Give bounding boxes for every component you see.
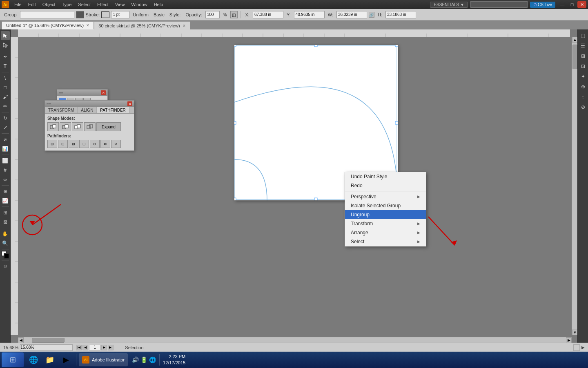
right-panel-btn-6[interactable]: ⊕ [579, 82, 588, 91]
menu-type[interactable]: Type [59, 1, 75, 8]
zoom-tool[interactable]: 🔍 [1, 239, 10, 248]
taskbar-time[interactable]: 2:23 PM 12/17/2015 [163, 354, 189, 366]
vertical-scrollbar[interactable]: ▲ ▼ [572, 37, 577, 335]
menu-file[interactable]: File [11, 1, 24, 8]
warp-tool[interactable]: ⌀ [1, 135, 10, 144]
pen-tool[interactable]: ✒ [1, 52, 10, 61]
selection-tool[interactable] [1, 31, 10, 40]
merge-btn[interactable]: ⊠ [69, 140, 78, 148]
stroke-color-swatch[interactable] [101, 11, 109, 18]
right-panel-btn-2[interactable]: ☰ [579, 41, 588, 50]
search-input[interactable] [470, 1, 528, 8]
ctx-select[interactable]: Select ▶ [345, 237, 426, 246]
extra-btn[interactable]: ⊘ [111, 140, 121, 148]
right-panel-btn-8[interactable]: ⊘ [579, 103, 588, 112]
transform-tab[interactable]: TRANSFORM [45, 107, 78, 113]
menu-object[interactable]: Object [40, 1, 58, 8]
divide-btn[interactable]: ⊞ [47, 140, 57, 148]
ctx-undo-paint-style[interactable]: Undo Paint Style [345, 172, 426, 181]
ctx-isolate-selected-group[interactable]: Isolate Selected Group [345, 201, 426, 210]
right-panel-btn-3[interactable]: ⊞ [579, 52, 588, 61]
crop-btn[interactable]: ⊡ [79, 140, 89, 148]
ctx-perspective[interactable]: Perspective ▶ [345, 192, 426, 201]
taskbar-ie-button[interactable]: 🌐 [26, 353, 41, 366]
fill-color-box[interactable] [76, 11, 84, 18]
text-tool[interactable]: T [1, 62, 10, 71]
next-page-button[interactable]: ▶ [101, 345, 107, 350]
close-button[interactable]: ✕ [577, 1, 586, 8]
tray-icon-1[interactable]: 🔊 [132, 357, 139, 363]
ctx-transform[interactable]: Transform ▶ [345, 219, 426, 228]
menu-view[interactable]: View [112, 1, 128, 8]
arrow-panel-close[interactable]: ✕ [101, 90, 106, 95]
ctx-redo[interactable]: Redo [345, 181, 426, 190]
gradient-tool[interactable]: ⬜ [1, 156, 10, 165]
taskbar-ai-button[interactable]: Ai Adobe Illustrator [79, 353, 128, 366]
artboard-tool[interactable]: ⊞ [1, 208, 10, 217]
tab-close-circle-skirt[interactable]: ✕ [183, 24, 186, 28]
background-color[interactable] [4, 253, 9, 259]
minimize-button[interactable]: — [558, 1, 567, 8]
tab-untitled[interactable]: Untitled-1* @ 15.68% (CMYK/Preview) ✕ [2, 21, 94, 29]
maximize-button[interactable]: □ [568, 1, 577, 8]
h-input[interactable] [385, 11, 416, 18]
pencil-tool[interactable]: ✏ [1, 102, 10, 111]
outline-btn[interactable]: ⊙ [90, 140, 100, 148]
right-panel-btn-4[interactable]: ⊡ [579, 62, 588, 71]
exclude-btn[interactable] [84, 122, 96, 131]
menu-help[interactable]: Help [151, 1, 166, 8]
menu-select[interactable]: Select [75, 1, 94, 8]
minus-back-btn[interactable]: ⊗ [100, 140, 110, 148]
brush-tool[interactable]: 🖌 [1, 92, 10, 101]
right-panel-btn-7[interactable]: ↕ [579, 92, 588, 101]
pathfinder-tab[interactable]: PATHFINDER [97, 107, 129, 113]
scale-tool[interactable]: ⤢ [1, 123, 10, 132]
align-tab[interactable]: ALIGN [78, 107, 97, 113]
w-input[interactable] [336, 11, 367, 18]
menu-edit[interactable]: Edit [25, 1, 39, 8]
ctx-arrange[interactable]: Arrange ▶ [345, 228, 426, 237]
rect-tool[interactable]: □ [1, 83, 10, 92]
horizontal-scrollbar[interactable]: ◀ ▶ [18, 337, 572, 343]
page-number-input[interactable] [89, 345, 100, 350]
menu-window[interactable]: Window [129, 1, 150, 8]
scroll-right-button[interactable]: ▶ [566, 337, 572, 343]
scroll-left-button[interactable]: ◀ [18, 337, 24, 343]
taskbar-media-button[interactable]: ▶ [59, 353, 74, 366]
essentials-button[interactable]: ESSENTIALS ▼ [430, 2, 468, 8]
scroll-up-button[interactable]: ▲ [572, 37, 577, 43]
unite-btn[interactable] [47, 122, 59, 131]
intersect-btn[interactable] [72, 122, 83, 131]
right-panel-btn-1[interactable]: ⬚ [579, 31, 588, 40]
tray-icon-3[interactable]: 🌐 [149, 357, 156, 363]
line-tool[interactable]: \ [1, 74, 10, 83]
tab-close-untitled[interactable]: ✕ [86, 23, 89, 27]
right-panel-btn-5[interactable]: ✦ [579, 72, 588, 81]
symbol-tool[interactable]: ⊕ [1, 187, 10, 196]
blend-tool[interactable]: ∞ [1, 175, 10, 184]
minus-front-btn[interactable] [60, 122, 71, 131]
direct-selection-tool[interactable] [1, 40, 10, 49]
change-screen-mode[interactable]: ⊡ [1, 262, 10, 271]
group-selector[interactable] [20, 11, 74, 18]
mesh-tool[interactable]: # [1, 166, 10, 175]
transform-panel-titlebar[interactable]: ≡≡ ✕ [45, 101, 134, 107]
trim-btn[interactable]: ⊟ [58, 140, 68, 148]
cs-live-button[interactable]: ⊙ CS Live [530, 2, 555, 8]
hand-tool[interactable]: ✋ [1, 229, 10, 238]
opacity-input[interactable] [205, 11, 220, 18]
last-page-button[interactable]: ▶| [108, 345, 114, 350]
start-button[interactable]: ⊞ [2, 352, 24, 367]
link-icon[interactable]: 🔗 [369, 12, 374, 18]
graph-tool[interactable]: 📊 [1, 144, 10, 153]
tab-circle-skirt[interactable]: 30 circle skirt.ai @ 25% (CMYK/Preview) … [94, 21, 190, 29]
canvas-area[interactable]: ▲ ▼ ◀ ▶ [11, 29, 577, 343]
expand-button[interactable]: Expand [96, 122, 121, 131]
rotate-tool[interactable]: ↻ [1, 114, 10, 123]
column-graph-tool[interactable]: 📈 [1, 196, 10, 205]
arrow-panel-titlebar[interactable]: ≡≡ ✕ [57, 90, 107, 96]
prev-page-button[interactable]: ◀ [82, 345, 88, 350]
zoom-input[interactable] [20, 344, 73, 351]
y-input[interactable] [294, 11, 325, 18]
menu-effect[interactable]: Effect [94, 1, 111, 8]
